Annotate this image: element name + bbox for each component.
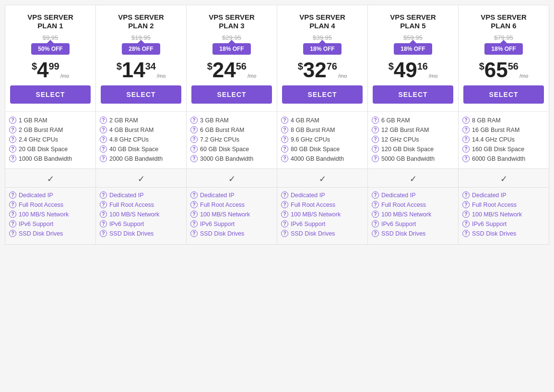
spec-label-2-2: 4 GB Burst RAM [109, 127, 153, 133]
select-button-5[interactable]: SELECT [373, 85, 453, 104]
extra-item-4-2: ? Full Root Access [281, 201, 364, 208]
spec-item-2-1: ? 2 GB RAM [100, 117, 182, 124]
spec-label-4-2: 8 GB Burst RAM [291, 127, 335, 133]
price-main-4: 32 [303, 59, 327, 81]
checkmark-6: ✓ [500, 174, 507, 184]
price-mo-3: /mo [248, 73, 256, 79]
spec-item-2-2: ? 4 GB Burst RAM [100, 126, 182, 133]
spec-icon-2-5: ? [100, 155, 107, 162]
spec-label-6-2: 16 GB Burst RAM [472, 127, 519, 133]
extra-item-2-4: ? IPv6 Support [100, 220, 182, 227]
plan-top-6: VPS SERVERPLAN 6 $79.95 18% OFF $ 65 56 … [459, 5, 549, 112]
spec-icon-3-2: ? [190, 126, 198, 133]
price-cents-5: 16 [417, 61, 428, 71]
spec-item-2-4: ? 40 GB Disk Space [100, 145, 182, 153]
select-button-3[interactable]: SELECT [191, 85, 272, 104]
plan-title-6: VPS SERVERPLAN 6 [463, 13, 544, 30]
spec-icon-4-4: ? [281, 145, 288, 153]
spec-item-5-1: ? 6 GB RAM [372, 117, 454, 124]
spec-item-3-3: ? 7.2 GHz CPUs [190, 136, 273, 143]
extra-label-3-2: Full Root Access [200, 202, 245, 208]
price-cents-2: 34 [145, 61, 156, 71]
spec-label-2-3: 4.8 GHz CPUs [109, 136, 149, 143]
extra-label-1-4: IPv6 Support [19, 221, 53, 227]
extra-item-4-1: ? Dedicated IP [281, 191, 364, 199]
plan-column-6: VPS SERVERPLAN 6 $79.95 18% OFF $ 65 56 … [459, 5, 549, 244]
extra-icon-3-4: ? [190, 220, 198, 227]
spec-item-4-4: ? 80 GB Disk Space [281, 145, 364, 153]
spec-icon-3-3: ? [190, 136, 198, 143]
spec-label-6-5: 6000 GB Bandwidth [472, 155, 525, 162]
extra-icon-4-5: ? [281, 230, 288, 237]
extra-item-2-5: ? SSD Disk Drives [100, 230, 182, 237]
spec-item-5-4: ? 120 GB Disk Space [372, 145, 454, 153]
spec-item-3-5: ? 3000 GB Bandwidth [190, 155, 273, 162]
check-section-4: ✓ [277, 168, 367, 188]
extra-icon-3-5: ? [190, 230, 198, 237]
extra-icon-6-2: ? [462, 201, 470, 208]
extra-item-3-4: ? IPv6 Support [190, 220, 273, 227]
price-dollar-4: $ [298, 61, 303, 71]
spec-icon-1-3: ? [9, 136, 16, 143]
spec-label-2-5: 2000 GB Bandwidth [109, 155, 163, 162]
price-dollar-1: $ [32, 61, 37, 71]
spec-item-2-5: ? 2000 GB Bandwidth [100, 155, 182, 162]
extra-icon-1-3: ? [9, 211, 16, 218]
extra-icon-1-2: ? [9, 201, 16, 208]
price-dollar-5: $ [389, 61, 394, 71]
extra-label-1-3: 100 MB/S Network [19, 211, 69, 218]
extra-label-4-4: IPv6 Support [291, 221, 325, 227]
select-button-4[interactable]: SELECT [282, 85, 363, 104]
extra-icon-5-4: ? [372, 220, 379, 227]
extra-item-5-5: ? SSD Disk Drives [372, 230, 454, 237]
spec-label-5-1: 6 GB RAM [381, 117, 410, 124]
price-mo-4: /mo [338, 73, 347, 79]
price-row-6: $ 65 56 /mo [463, 59, 544, 81]
extra-label-3-1: Dedicated IP [200, 192, 235, 199]
spec-icon-4-5: ? [281, 155, 288, 162]
spec-icon-6-1: ? [462, 117, 470, 124]
price-mo-2: /mo [157, 73, 165, 79]
extra-icon-2-1: ? [100, 191, 107, 199]
extra-item-1-1: ? Dedicated IP [9, 191, 92, 199]
spec-item-4-3: ? 9.6 GHz CPUs [281, 136, 364, 143]
spec-label-3-4: 60 GB Disk Space [200, 146, 249, 153]
extra-label-1-1: Dedicated IP [19, 192, 53, 199]
spec-label-4-4: 80 GB Disk Space [291, 146, 340, 153]
checkmark-1: ✓ [47, 174, 54, 184]
extra-item-3-2: ? Full Root Access [190, 201, 273, 208]
extra-icon-6-4: ? [462, 220, 470, 227]
extra-item-4-4: ? IPv6 Support [281, 220, 364, 227]
checkmark-3: ✓ [228, 174, 236, 184]
extras-section-4: ? Dedicated IP ? Full Root Access ? 100 … [277, 188, 367, 244]
extra-icon-5-3: ? [372, 211, 379, 218]
extra-label-6-4: IPv6 Support [472, 221, 507, 227]
extra-label-2-1: Dedicated IP [109, 192, 144, 199]
plan-title-2: VPS SERVERPLAN 2 [101, 13, 181, 30]
price-dollar-3: $ [207, 61, 212, 71]
plan-top-5: VPS SERVERPLAN 5 $59.95 18% OFF $ 49 16 … [368, 5, 458, 112]
extras-section-1: ? Dedicated IP ? Full Root Access ? 100 … [5, 188, 95, 244]
extra-item-2-2: ? Full Root Access [100, 201, 182, 208]
select-button-2[interactable]: SELECT [101, 85, 181, 104]
price-row-2: $ 14 34 /mo [101, 59, 181, 81]
extra-icon-2-5: ? [100, 230, 107, 237]
specs-section-6: ? 8 GB RAM ? 16 GB Burst RAM ? 14.4 GHz … [459, 112, 549, 168]
price-mo-6: /mo [519, 73, 528, 79]
specs-section-1: ? 1 GB RAM ? 2 GB Burst RAM ? 2.4 GHz CP… [5, 112, 95, 168]
check-section-5: ✓ [368, 168, 458, 188]
price-row-5: $ 49 16 /mo [373, 59, 453, 81]
spec-item-1-3: ? 2.4 GHz CPUs [9, 136, 92, 143]
spec-label-3-2: 6 GB Burst RAM [200, 127, 244, 133]
spec-item-4-5: ? 4000 GB Bandwidth [281, 155, 364, 162]
extra-icon-3-3: ? [190, 211, 198, 218]
extra-item-2-1: ? Dedicated IP [100, 191, 182, 199]
extra-label-2-4: IPv6 Support [109, 221, 144, 227]
spec-item-1-4: ? 20 GB Disk Space [9, 145, 92, 153]
select-button-6[interactable]: SELECT [463, 85, 544, 104]
select-button-1[interactable]: SELECT [10, 85, 91, 104]
extra-item-1-3: ? 100 MB/S Network [9, 211, 92, 218]
price-mo-5: /mo [429, 73, 437, 79]
spec-label-6-1: 8 GB RAM [472, 117, 501, 124]
extra-label-5-1: Dedicated IP [381, 192, 416, 199]
